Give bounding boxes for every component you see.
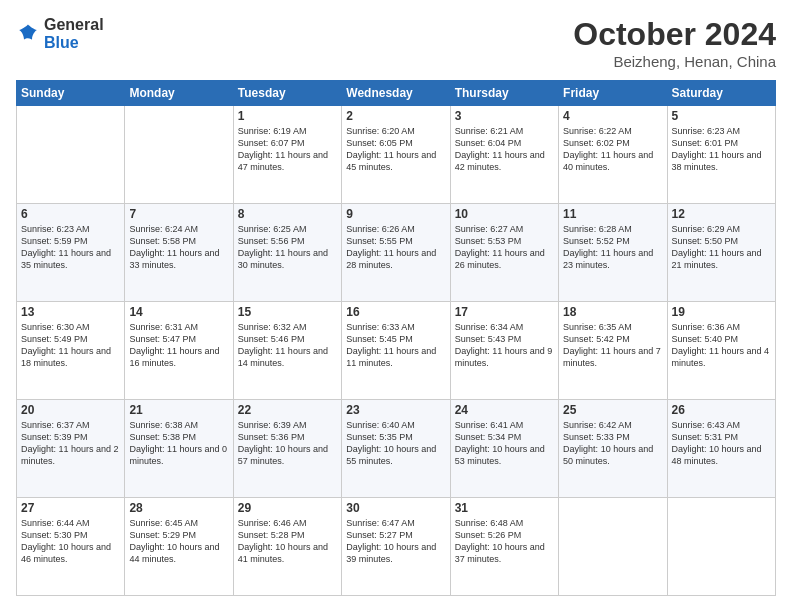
calendar-cell: 26Sunrise: 6:43 AMSunset: 5:31 PMDayligh… [667,400,775,498]
calendar-header-row: SundayMondayTuesdayWednesdayThursdayFrid… [17,81,776,106]
day-number: 9 [346,207,445,221]
header: General Blue October 2024 Beizheng, Hena… [16,16,776,70]
calendar-day-header: Saturday [667,81,775,106]
calendar-cell: 1Sunrise: 6:19 AMSunset: 6:07 PMDaylight… [233,106,341,204]
day-number: 15 [238,305,337,319]
calendar-cell [667,498,775,596]
calendar-cell: 3Sunrise: 6:21 AMSunset: 6:04 PMDaylight… [450,106,558,204]
day-number: 31 [455,501,554,515]
day-info: Sunrise: 6:20 AMSunset: 6:05 PMDaylight:… [346,125,445,174]
day-info: Sunrise: 6:41 AMSunset: 5:34 PMDaylight:… [455,419,554,468]
calendar-day-header: Monday [125,81,233,106]
calendar-cell: 16Sunrise: 6:33 AMSunset: 5:45 PMDayligh… [342,302,450,400]
calendar-cell: 23Sunrise: 6:40 AMSunset: 5:35 PMDayligh… [342,400,450,498]
day-info: Sunrise: 6:23 AMSunset: 5:59 PMDaylight:… [21,223,120,272]
calendar-cell: 12Sunrise: 6:29 AMSunset: 5:50 PMDayligh… [667,204,775,302]
day-number: 28 [129,501,228,515]
day-number: 25 [563,403,662,417]
calendar-cell: 17Sunrise: 6:34 AMSunset: 5:43 PMDayligh… [450,302,558,400]
day-number: 17 [455,305,554,319]
calendar-cell: 31Sunrise: 6:48 AMSunset: 5:26 PMDayligh… [450,498,558,596]
calendar-cell [559,498,667,596]
day-number: 21 [129,403,228,417]
title-block: October 2024 Beizheng, Henan, China [573,16,776,70]
day-number: 1 [238,109,337,123]
calendar-cell: 22Sunrise: 6:39 AMSunset: 5:36 PMDayligh… [233,400,341,498]
day-info: Sunrise: 6:33 AMSunset: 5:45 PMDaylight:… [346,321,445,370]
calendar-day-header: Friday [559,81,667,106]
calendar-cell: 18Sunrise: 6:35 AMSunset: 5:42 PMDayligh… [559,302,667,400]
day-number: 5 [672,109,771,123]
calendar-cell: 14Sunrise: 6:31 AMSunset: 5:47 PMDayligh… [125,302,233,400]
day-number: 10 [455,207,554,221]
day-info: Sunrise: 6:32 AMSunset: 5:46 PMDaylight:… [238,321,337,370]
day-info: Sunrise: 6:24 AMSunset: 5:58 PMDaylight:… [129,223,228,272]
logo-icon [16,22,40,46]
day-info: Sunrise: 6:46 AMSunset: 5:28 PMDaylight:… [238,517,337,566]
day-number: 13 [21,305,120,319]
day-number: 22 [238,403,337,417]
calendar-cell: 13Sunrise: 6:30 AMSunset: 5:49 PMDayligh… [17,302,125,400]
day-number: 3 [455,109,554,123]
calendar-cell: 2Sunrise: 6:20 AMSunset: 6:05 PMDaylight… [342,106,450,204]
calendar-day-header: Thursday [450,81,558,106]
day-info: Sunrise: 6:47 AMSunset: 5:27 PMDaylight:… [346,517,445,566]
day-number: 16 [346,305,445,319]
day-number: 4 [563,109,662,123]
day-info: Sunrise: 6:31 AMSunset: 5:47 PMDaylight:… [129,321,228,370]
calendar-week-row: 27Sunrise: 6:44 AMSunset: 5:30 PMDayligh… [17,498,776,596]
calendar-cell [17,106,125,204]
day-number: 20 [21,403,120,417]
calendar-cell: 30Sunrise: 6:47 AMSunset: 5:27 PMDayligh… [342,498,450,596]
calendar-cell: 20Sunrise: 6:37 AMSunset: 5:39 PMDayligh… [17,400,125,498]
calendar-cell [125,106,233,204]
day-info: Sunrise: 6:37 AMSunset: 5:39 PMDaylight:… [21,419,120,468]
day-info: Sunrise: 6:21 AMSunset: 6:04 PMDaylight:… [455,125,554,174]
calendar-cell: 29Sunrise: 6:46 AMSunset: 5:28 PMDayligh… [233,498,341,596]
day-number: 7 [129,207,228,221]
calendar-cell: 15Sunrise: 6:32 AMSunset: 5:46 PMDayligh… [233,302,341,400]
day-number: 11 [563,207,662,221]
day-info: Sunrise: 6:19 AMSunset: 6:07 PMDaylight:… [238,125,337,174]
day-number: 8 [238,207,337,221]
day-info: Sunrise: 6:36 AMSunset: 5:40 PMDaylight:… [672,321,771,370]
calendar-day-header: Sunday [17,81,125,106]
day-info: Sunrise: 6:43 AMSunset: 5:31 PMDaylight:… [672,419,771,468]
calendar-cell: 25Sunrise: 6:42 AMSunset: 5:33 PMDayligh… [559,400,667,498]
day-number: 23 [346,403,445,417]
calendar-week-row: 13Sunrise: 6:30 AMSunset: 5:49 PMDayligh… [17,302,776,400]
day-number: 27 [21,501,120,515]
day-number: 26 [672,403,771,417]
calendar-cell: 8Sunrise: 6:25 AMSunset: 5:56 PMDaylight… [233,204,341,302]
month-title: October 2024 [573,16,776,53]
page: General Blue October 2024 Beizheng, Hena… [0,0,792,612]
day-info: Sunrise: 6:27 AMSunset: 5:53 PMDaylight:… [455,223,554,272]
calendar-week-row: 1Sunrise: 6:19 AMSunset: 6:07 PMDaylight… [17,106,776,204]
day-info: Sunrise: 6:34 AMSunset: 5:43 PMDaylight:… [455,321,554,370]
day-number: 2 [346,109,445,123]
day-number: 18 [563,305,662,319]
day-info: Sunrise: 6:48 AMSunset: 5:26 PMDaylight:… [455,517,554,566]
day-info: Sunrise: 6:25 AMSunset: 5:56 PMDaylight:… [238,223,337,272]
calendar-cell: 4Sunrise: 6:22 AMSunset: 6:02 PMDaylight… [559,106,667,204]
calendar-cell: 28Sunrise: 6:45 AMSunset: 5:29 PMDayligh… [125,498,233,596]
day-info: Sunrise: 6:23 AMSunset: 6:01 PMDaylight:… [672,125,771,174]
calendar-week-row: 6Sunrise: 6:23 AMSunset: 5:59 PMDaylight… [17,204,776,302]
day-number: 14 [129,305,228,319]
calendar-table: SundayMondayTuesdayWednesdayThursdayFrid… [16,80,776,596]
day-info: Sunrise: 6:42 AMSunset: 5:33 PMDaylight:… [563,419,662,468]
calendar-cell: 24Sunrise: 6:41 AMSunset: 5:34 PMDayligh… [450,400,558,498]
day-info: Sunrise: 6:40 AMSunset: 5:35 PMDaylight:… [346,419,445,468]
logo-text: General Blue [44,16,104,52]
location: Beizheng, Henan, China [573,53,776,70]
day-info: Sunrise: 6:26 AMSunset: 5:55 PMDaylight:… [346,223,445,272]
calendar-cell: 6Sunrise: 6:23 AMSunset: 5:59 PMDaylight… [17,204,125,302]
day-number: 24 [455,403,554,417]
day-info: Sunrise: 6:35 AMSunset: 5:42 PMDaylight:… [563,321,662,370]
day-info: Sunrise: 6:30 AMSunset: 5:49 PMDaylight:… [21,321,120,370]
calendar-cell: 27Sunrise: 6:44 AMSunset: 5:30 PMDayligh… [17,498,125,596]
day-info: Sunrise: 6:45 AMSunset: 5:29 PMDaylight:… [129,517,228,566]
calendar-cell: 10Sunrise: 6:27 AMSunset: 5:53 PMDayligh… [450,204,558,302]
calendar-day-header: Wednesday [342,81,450,106]
calendar-cell: 21Sunrise: 6:38 AMSunset: 5:38 PMDayligh… [125,400,233,498]
